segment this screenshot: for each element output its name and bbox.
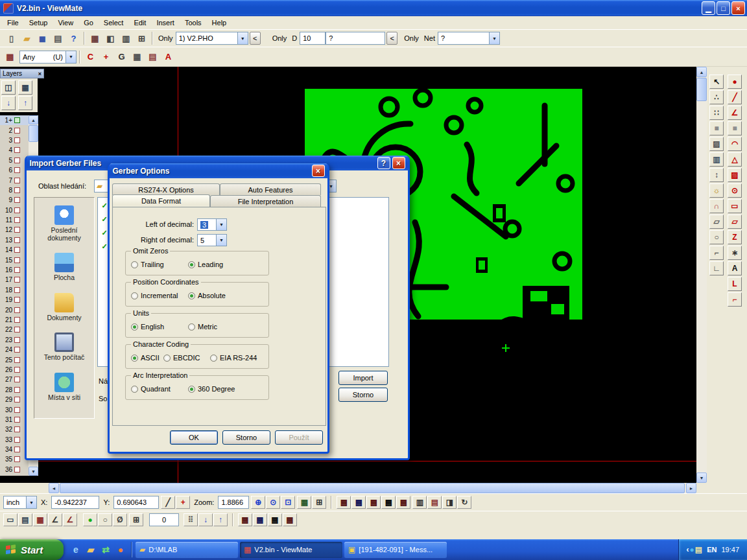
save-icon[interactable]: ◼ bbox=[35, 31, 50, 45]
layer-swatch[interactable] bbox=[14, 197, 20, 203]
select-grid-icon[interactable]: ▩ bbox=[3, 50, 18, 64]
layer-row-3[interactable]: 3 bbox=[0, 135, 29, 145]
scroll-right-icon[interactable]: ► bbox=[686, 483, 696, 493]
draw-arc-icon[interactable]: ◠ bbox=[728, 137, 742, 151]
menu-item-go[interactable]: Go bbox=[78, 17, 99, 29]
grid-b-icon[interactable]: ⊞ bbox=[312, 496, 326, 509]
layer-swatch[interactable] bbox=[14, 237, 20, 243]
film-stack-icon[interactable]: ▤ bbox=[18, 513, 32, 526]
minimize-button[interactable]: ▁ bbox=[702, 1, 715, 15]
layer-swatch[interactable] bbox=[14, 467, 20, 472]
layer-swatch[interactable] bbox=[14, 137, 20, 143]
hatch-lines-icon[interactable]: ▨ bbox=[709, 137, 724, 151]
film-7-icon[interactable]: ▩ bbox=[253, 513, 267, 526]
ok-button[interactable]: OK bbox=[170, 430, 218, 445]
tab-file-interpretation[interactable]: File Interpretation bbox=[210, 195, 321, 207]
prev-layer-button[interactable]: < bbox=[250, 32, 261, 45]
cancel-button[interactable]: Storno bbox=[222, 430, 270, 445]
zoom-window-icon[interactable]: ⊡ bbox=[281, 496, 295, 509]
chevron-down-icon[interactable] bbox=[237, 32, 248, 44]
prev-dcode-button[interactable]: < bbox=[386, 32, 397, 45]
film-red-icon[interactable]: ▦ bbox=[33, 513, 47, 526]
place-item-1[interactable]: Plocha bbox=[36, 253, 93, 282]
any-combo[interactable]: Any (U) bbox=[19, 51, 77, 64]
aperture-list-icon[interactable]: ▦ bbox=[88, 31, 102, 45]
menu-item-view[interactable]: View bbox=[53, 17, 78, 29]
scrollbar-thumb[interactable] bbox=[60, 483, 685, 493]
film-1-icon[interactable]: ▩ bbox=[337, 496, 351, 509]
place-item-0[interactable]: Poslední dokumenty bbox=[36, 205, 93, 242]
scrollbar-thumb[interactable] bbox=[696, 78, 707, 101]
close-button[interactable]: × bbox=[312, 165, 325, 177]
pointer-tool-icon[interactable]: ↖ bbox=[709, 75, 724, 89]
draw-rect-icon[interactable]: ▭ bbox=[728, 199, 742, 213]
unit-combo[interactable]: inch bbox=[3, 496, 37, 509]
start-button[interactable]: Start bbox=[0, 539, 64, 560]
ie-icon[interactable]: e bbox=[69, 543, 82, 556]
film-settings-icon[interactable]: ▥ bbox=[119, 31, 134, 45]
star-icon[interactable]: ∗ bbox=[728, 246, 742, 260]
step-down-icon[interactable]: ↓ bbox=[198, 513, 213, 526]
print-icon[interactable]: ▤ bbox=[51, 31, 65, 45]
apply-button[interactable]: Použít bbox=[275, 430, 323, 445]
language-indicator[interactable]: EN bbox=[707, 546, 717, 554]
layer-swatch[interactable] bbox=[14, 217, 20, 223]
film-9-icon[interactable]: ▩ bbox=[283, 513, 297, 526]
draw-polyline-icon[interactable]: ∠ bbox=[728, 106, 742, 120]
scroll-left-icon[interactable]: ◄ bbox=[49, 483, 59, 493]
tab-data-format[interactable]: Data Format bbox=[112, 194, 210, 207]
layer-swatch[interactable] bbox=[14, 437, 20, 443]
net-combo[interactable]: ? bbox=[438, 32, 500, 45]
letter-l-red-icon[interactable]: L bbox=[728, 277, 742, 291]
center-cross-icon[interactable]: + bbox=[99, 50, 113, 64]
angle-b-icon[interactable]: ∠ bbox=[63, 513, 77, 526]
browser-icon[interactable]: ● bbox=[114, 543, 127, 556]
dcode-input[interactable]: 10 bbox=[300, 32, 326, 45]
step-up-icon[interactable]: ↑ bbox=[213, 513, 228, 526]
layer-swatch[interactable] bbox=[14, 287, 20, 293]
layer-swatch[interactable] bbox=[14, 247, 20, 253]
context-help-icon[interactable]: ? bbox=[66, 31, 81, 45]
menu-item-tools[interactable]: Tools bbox=[180, 17, 207, 29]
layer-swatch[interactable] bbox=[14, 187, 20, 193]
filled-square-icon[interactable]: ■ bbox=[709, 121, 724, 135]
layer-row-1plus[interactable]: 1+ bbox=[0, 115, 29, 125]
only-layer-label[interactable]: Only bbox=[158, 34, 173, 42]
cancel-button[interactable]: Storno bbox=[338, 388, 388, 402]
film-5-icon[interactable]: ▩ bbox=[396, 496, 410, 509]
menu-item-insert[interactable]: Insert bbox=[151, 17, 180, 29]
layer-swatch[interactable] bbox=[14, 178, 20, 183]
task-button-2[interactable]: ▣[191-482-091] - Mess... bbox=[344, 542, 447, 558]
menu-item-edit[interactable]: Edit bbox=[128, 17, 151, 29]
corner-tool-icon[interactable]: ⌐ bbox=[709, 246, 724, 260]
new-document-icon[interactable]: ▯ bbox=[4, 31, 19, 45]
layer-swatch[interactable] bbox=[14, 257, 20, 263]
dcode-filter-input[interactable]: ? bbox=[326, 32, 385, 45]
layer-swatch[interactable] bbox=[14, 277, 20, 283]
sun-icon[interactable]: ☼ bbox=[709, 183, 724, 198]
layer-swatch[interactable] bbox=[14, 207, 20, 213]
angle-tool-icon[interactable]: ∟ bbox=[709, 261, 724, 275]
only-dcode-label[interactable]: Only bbox=[272, 34, 287, 42]
layer-swatch[interactable] bbox=[14, 426, 20, 432]
probe-icon[interactable]: Ø bbox=[113, 513, 127, 526]
trace-grid-icon[interactable]: ▤ bbox=[145, 50, 160, 64]
help-button[interactable]: ? bbox=[377, 157, 390, 169]
keyboard-icon[interactable]: ▤ bbox=[695, 545, 702, 554]
film-3-icon[interactable]: ▩ bbox=[366, 496, 381, 509]
tab-auto-features[interactable]: Auto Features bbox=[220, 183, 321, 195]
layer-swatch[interactable] bbox=[14, 456, 20, 462]
close-button[interactable]: × bbox=[731, 1, 745, 15]
dot-grid-icon[interactable]: ⠿ bbox=[184, 513, 198, 526]
layer-swatch[interactable] bbox=[14, 317, 20, 323]
layer-swatch[interactable] bbox=[14, 447, 20, 452]
draw-line-icon[interactable]: ╱ bbox=[728, 90, 742, 104]
place-item-4[interactable]: Místa v síti bbox=[36, 373, 93, 402]
messenger-icon[interactable]: ● bbox=[690, 545, 694, 554]
rotate-icon[interactable]: ↻ bbox=[457, 496, 471, 509]
layer-row-2[interactable]: 2 bbox=[0, 125, 29, 135]
layer-swatch[interactable] bbox=[14, 347, 20, 353]
horizontal-scrollbar[interactable]: ◄ ► bbox=[49, 483, 696, 493]
layer-swatch[interactable] bbox=[14, 367, 20, 373]
folder-icon[interactable]: ▰ bbox=[84, 543, 97, 556]
